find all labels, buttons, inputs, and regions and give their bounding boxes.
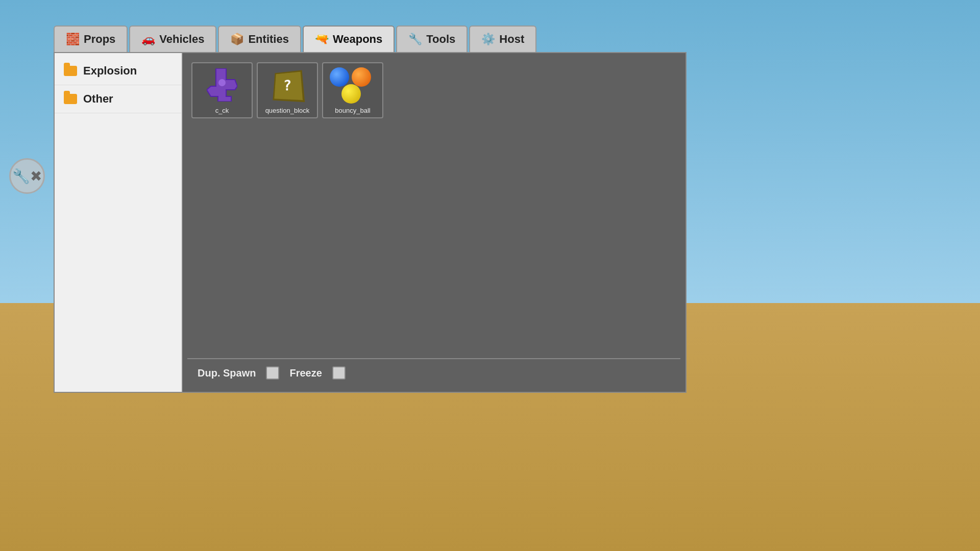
- tab-host[interactable]: ⚙️ Host: [469, 26, 536, 52]
- ball-blue-icon: [330, 67, 349, 87]
- freeze-checkbox[interactable]: [332, 366, 346, 380]
- tab-props[interactable]: 🧱 Props: [54, 26, 128, 52]
- question-block-label: question_block: [265, 107, 310, 114]
- sidebar-item-other[interactable]: Other: [55, 85, 181, 113]
- c-ck-icon: [207, 68, 237, 102]
- folder-icon-explosion: [64, 66, 77, 76]
- main-panel: 🧱 Props 🚗 Vehicles 📦 Entities 🔫 Weapons …: [54, 26, 687, 393]
- sidebar-item-other-label: Other: [83, 92, 113, 106]
- svg-point-1: [218, 79, 226, 86]
- item-c-ck[interactable]: c_ck: [191, 62, 253, 118]
- tab-tools[interactable]: 🔧 Tools: [396, 26, 468, 52]
- bouncy-ball-label: bouncy_ball: [335, 107, 370, 114]
- folder-icon-other: [64, 94, 77, 104]
- sidebar: Explosion Other: [55, 53, 182, 392]
- item-question-block[interactable]: ? question_block: [257, 62, 318, 118]
- vehicles-icon: 🚗: [141, 33, 155, 46]
- props-icon: 🧱: [66, 33, 80, 46]
- freeze-label: Freeze: [289, 367, 322, 379]
- content-area: Explosion Other: [54, 52, 687, 393]
- c-ck-label: c_ck: [215, 107, 229, 114]
- dup-spawn-checkbox[interactable]: [266, 366, 279, 380]
- wrench-button[interactable]: 🔧✖: [9, 158, 45, 194]
- question-block-visual: ?: [258, 63, 317, 107]
- sidebar-item-explosion[interactable]: Explosion: [55, 57, 181, 85]
- tab-tools-label: Tools: [426, 33, 455, 46]
- item-bouncy-ball[interactable]: bouncy_ball: [322, 62, 383, 118]
- c-ck-visual: [192, 63, 252, 107]
- entities-icon: 📦: [230, 33, 244, 46]
- grid-area: c_ck ? question_block: [182, 53, 685, 392]
- dup-spawn-label: Dup. Spawn: [198, 367, 256, 379]
- ball-yellow-icon: [341, 84, 361, 104]
- weapons-icon: 🔫: [315, 33, 329, 46]
- ball-group: [327, 65, 378, 106]
- tab-weapons-label: Weapons: [333, 33, 382, 46]
- tab-entities-label: Entities: [248, 33, 288, 46]
- question-block-icon: ?: [273, 70, 305, 102]
- bottom-bar: Dup. Spawn Freeze: [187, 358, 680, 387]
- tab-vehicles[interactable]: 🚗 Vehicles: [129, 26, 216, 52]
- tab-weapons[interactable]: 🔫 Weapons: [303, 26, 395, 52]
- tab-host-label: Host: [499, 33, 524, 46]
- bouncy-ball-visual: [323, 63, 382, 107]
- items-grid: c_ck ? question_block: [187, 58, 680, 122]
- sidebar-item-explosion-label: Explosion: [83, 64, 137, 78]
- tab-bar: 🧱 Props 🚗 Vehicles 📦 Entities 🔫 Weapons …: [54, 26, 687, 52]
- host-icon: ⚙️: [481, 33, 495, 46]
- tab-vehicles-label: Vehicles: [159, 33, 204, 46]
- tools-icon: 🔧: [408, 33, 422, 46]
- tab-props-label: Props: [84, 33, 115, 46]
- tab-entities[interactable]: 📦 Entities: [218, 26, 301, 52]
- ball-orange-icon: [352, 67, 371, 87]
